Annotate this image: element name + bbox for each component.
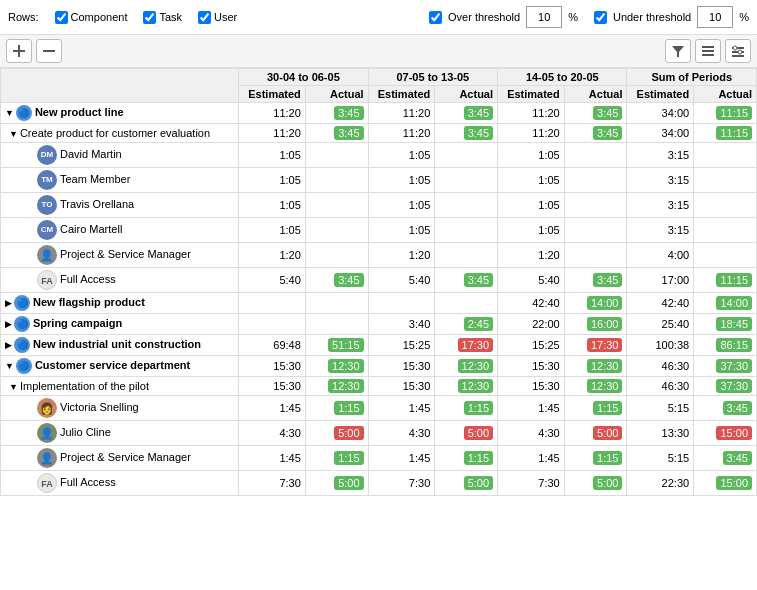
- svg-rect-1: [18, 45, 20, 57]
- time-cell: [239, 293, 306, 314]
- row-name-cell: 👩Victoria Snelling: [1, 396, 239, 421]
- expand-icon[interactable]: ▶: [5, 319, 12, 329]
- over-threshold-input[interactable]: [526, 6, 562, 28]
- row-name-cell: ▼🔵Customer service department: [1, 356, 239, 377]
- time-cell: 15:00: [694, 471, 757, 496]
- expand-icon[interactable]: ▼: [9, 382, 18, 392]
- checkbox-component[interactable]: Component: [55, 11, 128, 24]
- time-cell: 1:15: [305, 396, 368, 421]
- time-cell: 15:25: [498, 335, 565, 356]
- top-bar: Rows: Component Task User Over threshold…: [0, 0, 757, 35]
- time-cell: 86:15: [694, 335, 757, 356]
- expand-icon[interactable]: ▼: [9, 129, 18, 139]
- time-cell: 3:45: [305, 103, 368, 124]
- time-cell: 12:30: [305, 356, 368, 377]
- time-cell: 3:40: [368, 314, 435, 335]
- expand-icon[interactable]: ▶: [5, 340, 12, 350]
- time-cell: [305, 193, 368, 218]
- under-threshold-input[interactable]: [697, 6, 733, 28]
- period-header-2: 07-05 to 13-05: [368, 69, 497, 86]
- time-cell: 5:00: [305, 471, 368, 496]
- time-cell: 1:45: [498, 396, 565, 421]
- time-cell: [435, 218, 498, 243]
- svg-rect-9: [732, 55, 744, 57]
- group-button[interactable]: [695, 39, 721, 63]
- time-cell: 1:20: [498, 243, 565, 268]
- data-table: 30-04 to 06-05 07-05 to 13-05 14-05 to 2…: [0, 68, 757, 496]
- sub-header-act-3: Actual: [564, 86, 627, 103]
- time-cell: 34:00: [627, 103, 694, 124]
- time-cell: 5:00: [435, 421, 498, 446]
- table-row: ▼Implementation of the pilot15:3012:3015…: [1, 377, 757, 396]
- time-cell: 3:45: [435, 103, 498, 124]
- under-threshold-checkbox[interactable]: [594, 11, 607, 24]
- expand-icon[interactable]: ▶: [5, 298, 12, 308]
- time-cell: 1:45: [368, 446, 435, 471]
- time-cell: 5:00: [435, 471, 498, 496]
- time-cell: 1:15: [564, 396, 627, 421]
- filter-button[interactable]: [665, 39, 691, 63]
- time-cell: 46:30: [627, 356, 694, 377]
- name-header: [1, 69, 239, 103]
- checkbox-user[interactable]: User: [198, 11, 237, 24]
- over-threshold-checkbox[interactable]: [429, 11, 442, 24]
- under-threshold-label: Under threshold: [613, 11, 691, 23]
- table-row: DMDavid Martin1:051:051:053:15: [1, 143, 757, 168]
- time-cell: [564, 218, 627, 243]
- time-cell: 11:15: [694, 103, 757, 124]
- time-cell: [435, 168, 498, 193]
- time-cell: 4:30: [368, 421, 435, 446]
- under-pct: %: [739, 11, 749, 23]
- time-cell: [239, 314, 306, 335]
- collapse-all-button[interactable]: [6, 39, 32, 63]
- user-name: Team Member: [60, 173, 130, 185]
- time-cell: 15:30: [498, 377, 565, 396]
- time-cell: [435, 193, 498, 218]
- time-cell: 1:05: [368, 168, 435, 193]
- time-cell: 17:30: [564, 335, 627, 356]
- table-row: FAFull Access5:403:455:403:455:403:4517:…: [1, 268, 757, 293]
- time-cell: 11:20: [239, 103, 306, 124]
- sub-header-act-2: Actual: [435, 86, 498, 103]
- time-cell: [564, 168, 627, 193]
- project-icon: 🔵: [14, 316, 30, 332]
- sub-header-act-1: Actual: [305, 86, 368, 103]
- time-cell: [305, 218, 368, 243]
- time-cell: [694, 193, 757, 218]
- time-cell: 1:45: [239, 446, 306, 471]
- expand-icon[interactable]: ▼: [5, 108, 14, 118]
- expand-all-button[interactable]: [36, 39, 62, 63]
- time-cell: 22:30: [627, 471, 694, 496]
- time-cell: 69:48: [239, 335, 306, 356]
- svg-rect-2: [43, 50, 55, 52]
- row-name-cell: FAFull Access: [1, 471, 239, 496]
- time-cell: 14:00: [564, 293, 627, 314]
- table-row: 👤Project & Service Manager1:201:201:204:…: [1, 243, 757, 268]
- project-icon: 🔵: [16, 358, 32, 374]
- table-row: TOTravis Orellana1:051:051:053:15: [1, 193, 757, 218]
- time-cell: 5:15: [627, 446, 694, 471]
- time-cell: 46:30: [627, 377, 694, 396]
- time-cell: 42:40: [627, 293, 694, 314]
- time-cell: 1:15: [305, 446, 368, 471]
- user-name: Full Access: [60, 273, 116, 285]
- user-name: Project & Service Manager: [60, 248, 191, 260]
- time-cell: 5:00: [564, 471, 627, 496]
- table-row: ▼🔵New product line11:203:4511:203:4511:2…: [1, 103, 757, 124]
- time-cell: 11:15: [694, 124, 757, 143]
- task-name: Create product for customer evaluation: [20, 127, 210, 139]
- time-cell: 5:40: [498, 268, 565, 293]
- row-name-cell: 👤Project & Service Manager: [1, 243, 239, 268]
- time-cell: 100:38: [627, 335, 694, 356]
- row-name-cell: ▶🔵New flagship product: [1, 293, 239, 314]
- row-name-cell: ▶🔵Spring campaign: [1, 314, 239, 335]
- time-cell: 5:15: [627, 396, 694, 421]
- settings-button[interactable]: [725, 39, 751, 63]
- under-threshold-group: Under threshold %: [594, 6, 749, 28]
- table-row: FAFull Access7:305:007:305:007:305:0022:…: [1, 471, 757, 496]
- checkbox-task[interactable]: Task: [143, 11, 182, 24]
- expand-icon[interactable]: ▼: [5, 361, 14, 371]
- time-cell: 15:25: [368, 335, 435, 356]
- row-name-cell: FAFull Access: [1, 268, 239, 293]
- time-cell: 3:45: [305, 124, 368, 143]
